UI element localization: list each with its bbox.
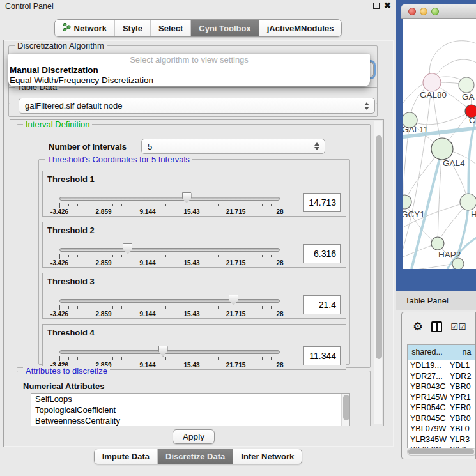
slider-thumb[interactable] (158, 346, 168, 357)
close-icon[interactable]: ✖ (384, 3, 391, 9)
table-row[interactable]: YLR345WYLR3 (408, 434, 476, 445)
top-tabrow: NetworkStyleSelectCyni ToolboxjActiveMNo… (0, 19, 396, 37)
GAL80-node[interactable] (423, 73, 441, 91)
tick-mark (86, 357, 86, 360)
slider-thumb[interactable] (229, 295, 238, 305)
table-row[interactable]: YDL19...YDL1 (408, 360, 476, 371)
table-cell: YDR2 (447, 371, 476, 382)
network-window-titlebar[interactable] (401, 4, 476, 19)
tick-mark (210, 204, 210, 206)
network-graph[interactable]: GAL80GACGAL11GAL4GCY1HHAP2 (403, 19, 476, 269)
column-header-na[interactable]: na (447, 345, 476, 360)
num-intervals-combobox[interactable]: 5 (141, 139, 325, 154)
tick-mark (77, 255, 78, 257)
attributes-group-title: Attributes to discretize (23, 366, 110, 376)
GCY1-node[interactable] (403, 195, 411, 209)
GAL4-node[interactable] (431, 138, 453, 160)
tab-jactivemnodules[interactable]: jActiveMNodules (259, 20, 342, 36)
table-cell: YBR0 (447, 381, 476, 392)
split-column-icon[interactable] (431, 321, 442, 332)
tick-label: 21.715 (226, 362, 246, 369)
attribute-item-topologicalcoefficient[interactable]: TopologicalCoefficient (31, 404, 349, 415)
threshold-value-field[interactable]: 14.713 (303, 193, 341, 212)
top-right-node[interactable] (459, 77, 474, 93)
tick-mark (245, 204, 245, 206)
threshold-value-field[interactable]: 6.316 (303, 244, 341, 263)
slider-thumb[interactable] (182, 192, 192, 203)
table-data-groupbox: Table Data galFiltered.sif default node (8, 87, 378, 117)
num-intervals-value: 5 (148, 142, 152, 151)
tick-mark (183, 204, 183, 206)
network-view-window: GAL80GACGAL11GAL4GCY1HHAP2 (396, 0, 476, 291)
tab-network[interactable]: Network (55, 20, 115, 36)
slider-track[interactable] (59, 197, 280, 201)
tab-style[interactable]: Style (115, 20, 151, 36)
tick-mark (192, 203, 192, 208)
tick-mark (218, 255, 219, 257)
dropdown-placeholder-item[interactable]: Select algorithm to view settings (8, 55, 370, 65)
tick-mark (201, 204, 201, 206)
table-row[interactable]: YBR043CYBR0 (408, 381, 476, 392)
attribute-item-betweennesscentrality[interactable]: BetweennessCentrality (31, 415, 349, 426)
tick-mark (245, 357, 245, 360)
table-cell: YBR043C (408, 381, 447, 392)
tab-impute-data[interactable]: Impute Data (95, 449, 158, 464)
node-label-c: C (469, 116, 475, 125)
gear-icon[interactable]: ⚙ (413, 321, 423, 332)
tick-mark (130, 255, 130, 257)
table-row[interactable]: YBL079WYBL0 (408, 424, 476, 434)
slider-thumb[interactable] (123, 243, 132, 254)
tab-discretize-data[interactable]: Discretize Data (158, 449, 233, 464)
table-data-combobox[interactable]: galFiltered.sif default node (19, 98, 375, 114)
mac-zoom-button[interactable] (431, 8, 439, 15)
threshold-panel-4: Threshold 4-3.4262.8599.14415.4321.71528… (42, 324, 346, 370)
table-row[interactable]: YPR145WYPR1 (408, 392, 476, 403)
tick-mark (227, 357, 227, 360)
apply-button[interactable]: Apply (173, 429, 215, 444)
tick-mark (236, 254, 236, 259)
network-edge[interactable] (403, 82, 432, 261)
scrollbar-thumb[interactable] (376, 135, 382, 359)
tab-cyni-toolbox[interactable]: Cyni Toolbox (191, 20, 259, 36)
column-header-shared[interactable]: shared... (408, 345, 447, 360)
tab-select[interactable]: Select (151, 20, 191, 36)
node-label-gal4: GAL4 (443, 158, 465, 168)
tick-mark (104, 254, 104, 259)
slider-track[interactable] (59, 350, 280, 354)
select-columns-checkbox-icons[interactable]: ☑☑ (450, 322, 466, 332)
table-row[interactable]: YBR045CYBR0 (408, 413, 476, 424)
table-horizontal-scrollbar[interactable] (407, 448, 476, 456)
mac-close-button[interactable] (408, 8, 416, 15)
network-highlight-edge[interactable] (411, 149, 442, 269)
threshold-value-field[interactable]: 11.344 (303, 346, 341, 365)
network-icon (63, 22, 71, 34)
node-table[interactable]: shared...na YDL19...YDL1YDR27...YDR2YBR0… (407, 344, 476, 448)
table-row[interactable]: YDR27...YDR2 (408, 371, 476, 382)
numerical-attributes-list[interactable]: SelfLoopsTopologicalCoefficientBetweenne… (31, 393, 350, 426)
mac-minimize-button[interactable] (420, 8, 427, 15)
tick-mark (165, 204, 166, 206)
scrollbar-thumb[interactable] (343, 395, 349, 420)
float-icon[interactable] (373, 3, 380, 9)
settings-vertical-scrollbar[interactable] (374, 121, 382, 424)
bottom-partial-node[interactable] (452, 258, 464, 269)
table-row[interactable]: YER054CYER0 (408, 403, 476, 413)
HAP2-node[interactable] (431, 237, 444, 250)
tab-infer-network[interactable]: Infer Network (233, 449, 302, 464)
network-canvas[interactable]: GAL80GACGAL11GAL4GCY1HHAP2 (403, 19, 476, 269)
tick-mark (280, 254, 280, 259)
tick-mark (262, 255, 263, 257)
slider-track[interactable] (59, 299, 280, 303)
table-panel-title: Table Panel (405, 296, 449, 305)
tick-mark (68, 204, 69, 206)
tick-mark (112, 357, 113, 360)
scrollbar-thumb[interactable] (408, 449, 474, 454)
attribute-item-selfloops[interactable]: SelfLoops (31, 394, 349, 404)
attributes-scrollbar[interactable] (341, 394, 349, 426)
threshold-value-field[interactable]: 21.4 (303, 295, 341, 314)
dropdown-item-equal-width-frequency-discretization[interactable]: Equal Width/Frequency Discretization (8, 75, 370, 86)
bottom-tab-group: Impute DataDiscretize DataInfer Network (94, 449, 303, 464)
dropdown-item-manual-discretization[interactable]: Manual Discretization (8, 65, 370, 75)
slider-track[interactable] (59, 248, 280, 252)
right-mid-node[interactable] (460, 194, 476, 210)
